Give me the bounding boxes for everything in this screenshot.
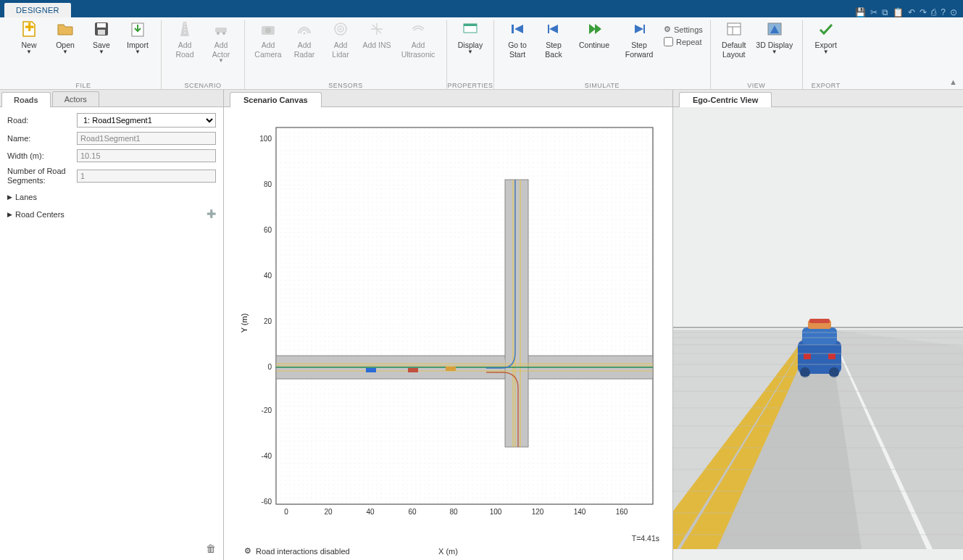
name-field[interactable]	[77, 132, 216, 145]
settings-button[interactable]: ⚙ Settings	[664, 25, 703, 34]
svg-rect-4	[98, 30, 105, 35]
step-forward-button[interactable]: Step Forward	[619, 20, 659, 59]
new-button[interactable]: ✚ New▼	[13, 20, 45, 55]
svg-rect-24	[548, 25, 549, 33]
scenario-plot[interactable]: Y (m)	[241, 120, 662, 526]
undo-icon[interactable]: ↶	[908, 7, 915, 17]
svg-marker-23	[549, 25, 558, 33]
import-icon	[129, 20, 146, 38]
ego-view[interactable]	[673, 107, 963, 560]
display-button[interactable]: Display▼	[454, 20, 486, 55]
collapse-ribbon-icon[interactable]: ▲	[949, 78, 957, 86]
copy-icon[interactable]: ⧉	[882, 7, 888, 17]
ego-view-tab[interactable]: Ego-Centric View	[679, 92, 772, 107]
svg-rect-29	[728, 23, 741, 35]
add-camera-button[interactable]: Add Camera	[252, 20, 284, 59]
svg-rect-7	[215, 28, 227, 33]
cut-icon[interactable]: ✂	[870, 7, 877, 17]
add-actor-button[interactable]: Add Actor▼	[205, 20, 237, 64]
export-button[interactable]: Export▼	[810, 20, 842, 55]
svg-rect-3	[97, 23, 106, 28]
import-button[interactable]: Import▼	[122, 20, 154, 55]
road-icon	[176, 20, 193, 38]
display-icon	[462, 20, 479, 38]
width-label: Width (m):	[7, 151, 72, 160]
xlabel: X (m)	[438, 547, 458, 556]
gear-icon[interactable]: ⚙	[244, 546, 251, 556]
svg-text:20: 20	[264, 317, 272, 325]
add-road-button[interactable]: Add Road	[169, 20, 201, 59]
title-bar: DESIGNER 💾 ✂ ⧉ 📋 ↶ ↷ ⎙ ? ⊙	[0, 0, 963, 17]
trash-icon[interactable]: 🗑	[206, 543, 216, 554]
print-icon[interactable]: ⎙	[931, 7, 936, 17]
designer-tab[interactable]: DESIGNER	[4, 3, 71, 17]
svg-text:160: 160	[616, 508, 628, 516]
go-to-start-button[interactable]: Go to Start	[501, 20, 533, 59]
svg-rect-73	[802, 327, 837, 345]
canvas-status: ⚙ Road interactions disabled	[244, 546, 350, 556]
check-icon	[817, 20, 835, 38]
save-icon[interactable]: 💾	[855, 7, 866, 17]
svg-rect-28	[643, 25, 645, 33]
actor-yellow[interactable]	[446, 367, 456, 371]
name-label: Name:	[7, 134, 72, 143]
svg-rect-79	[828, 354, 835, 359]
actors-tab[interactable]: Actors	[52, 91, 99, 106]
help-icon[interactable]: ?	[941, 7, 946, 17]
svg-point-76	[800, 367, 810, 377]
width-field[interactable]	[77, 149, 216, 162]
gear-icon: ⚙	[664, 25, 671, 34]
svg-rect-38	[505, 180, 528, 447]
open-button[interactable]: Open▼	[49, 20, 81, 55]
redo-icon[interactable]: ↷	[920, 7, 927, 17]
paste-icon[interactable]: 📋	[893, 7, 904, 17]
svg-marker-26	[595, 24, 601, 34]
more-icon[interactable]: ⊙	[950, 7, 957, 17]
segments-field[interactable]	[77, 170, 216, 183]
actor-blue[interactable]	[366, 368, 376, 372]
ribbon-group-scenario: Add Road Add Actor▼ SCENARIO	[162, 20, 245, 89]
save-button[interactable]: Save▼	[86, 20, 117, 55]
svg-rect-64	[673, 107, 963, 330]
chevron-right-icon: ▶	[7, 211, 12, 218]
svg-text:120: 120	[532, 508, 544, 516]
road-select[interactable]: 1: Road1Segment1	[77, 113, 216, 128]
svg-text:40: 40	[264, 272, 272, 280]
lanes-section[interactable]: ▶ Lanes	[7, 190, 216, 204]
actor-red[interactable]	[408, 368, 418, 372]
svg-point-9	[222, 32, 225, 35]
radar-icon	[296, 20, 313, 38]
scenario-canvas-tab[interactable]: Scenario Canvas	[230, 92, 322, 107]
step-back-icon	[545, 20, 562, 38]
ribbon-group-properties: Display▼ PROPERTIES	[447, 20, 494, 89]
repeat-checkbox[interactable]: Repeat	[664, 37, 703, 46]
open-icon	[57, 20, 74, 38]
svg-point-8	[217, 32, 220, 35]
svg-rect-21	[512, 25, 514, 33]
svg-text:-60: -60	[262, 498, 272, 506]
add-radar-button[interactable]: Add Radar	[288, 20, 320, 59]
default-layout-button[interactable]: Default Layout	[718, 20, 750, 59]
svg-text:-40: -40	[262, 452, 272, 460]
svg-point-77	[829, 367, 839, 377]
road-centers-section[interactable]: ▶ Road Centers ✚	[7, 204, 216, 224]
add-lidar-button[interactable]: Add Lidar	[325, 20, 357, 59]
svg-text:80: 80	[449, 508, 458, 516]
add-center-icon[interactable]: ✚	[207, 207, 216, 221]
add-ins-button[interactable]: Add INS	[361, 20, 393, 50]
ultrasonic-icon	[409, 20, 427, 38]
svg-point-11	[265, 28, 271, 33]
continue-button[interactable]: Continue	[574, 20, 614, 50]
svg-point-12	[304, 33, 306, 35]
roads-tab[interactable]: Roads	[1, 92, 51, 107]
step-back-button[interactable]: Step Back	[538, 20, 570, 59]
ribbon-group-export: Export▼ EXPORT	[803, 20, 849, 89]
svg-text:0: 0	[284, 508, 288, 516]
save-icon	[93, 20, 110, 38]
svg-text:0: 0	[267, 363, 272, 371]
ribbon: ✚ New▼ Open▼ Save▼ Import▼ FILE Add Road	[0, 17, 963, 90]
svg-text:60: 60	[264, 226, 272, 234]
add-ultrasonic-button[interactable]: Add Ultrasonic	[397, 20, 439, 59]
svg-text:60: 60	[408, 508, 417, 516]
3d-display-button[interactable]: 3D Display▼	[754, 20, 795, 55]
